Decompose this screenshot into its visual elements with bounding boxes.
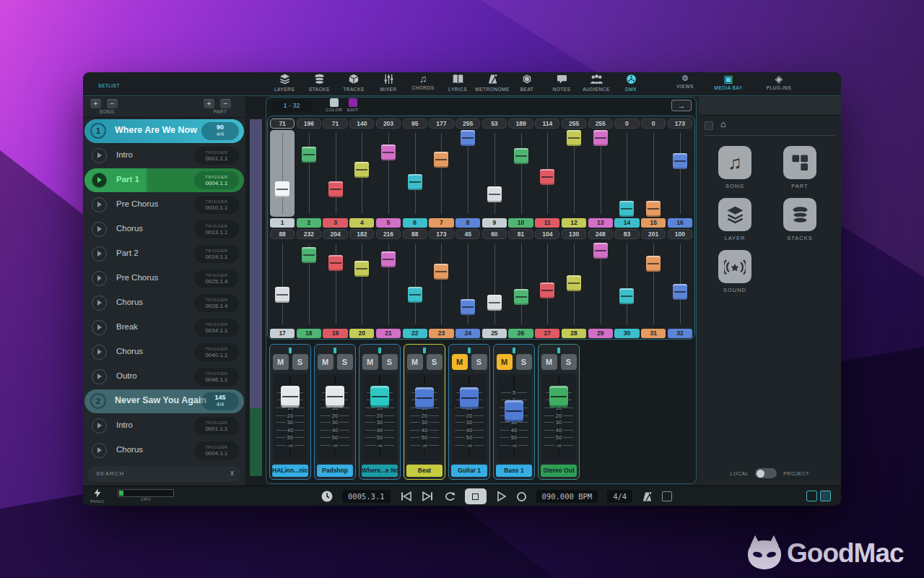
dmx-channel-10[interactable]: 18910 — [508, 118, 533, 228]
dmx-fader-track[interactable] — [482, 130, 507, 217]
dmx-fader-handle[interactable] — [461, 130, 475, 146]
mute-button[interactable]: M — [452, 354, 468, 370]
media-bay-item-layer[interactable]: LAYER — [702, 198, 767, 241]
search-input[interactable]: SEARCH x — [87, 466, 241, 482]
dmx-channel-29[interactable]: 24829 — [588, 229, 613, 338]
mute-button[interactable]: M — [318, 354, 334, 370]
play-button[interactable] — [496, 491, 507, 502]
dmx-channel-number[interactable]: 22 — [403, 329, 427, 338]
dmx-channel-1[interactable]: 711 — [270, 118, 295, 228]
part-play-button[interactable] — [92, 320, 107, 335]
setlist-song-row[interactable]: 1Where Are We Now904/4 — [84, 119, 244, 143]
setlist-part-row[interactable]: Pre ChorusTRIGGER0010.1.1 — [84, 193, 244, 217]
dmx-fader-handle[interactable] — [567, 130, 581, 146]
dmx-fader-track[interactable] — [297, 130, 321, 217]
dmx-channel-number[interactable]: 26 — [508, 329, 533, 338]
dmx-channel-number[interactable]: 1 — [270, 218, 295, 228]
solo-button[interactable]: S — [471, 354, 487, 370]
part-play-button[interactable] — [92, 222, 107, 237]
channel-fader[interactable]: 501020304050-∞ — [362, 374, 397, 462]
dmx-channel-number[interactable]: 27 — [535, 329, 559, 338]
dmx-fader-handle[interactable] — [381, 144, 396, 160]
dmx-channel-number[interactable]: 9 — [482, 218, 507, 228]
fader-handle[interactable] — [415, 387, 434, 409]
dmx-fader-handle[interactable] — [434, 152, 448, 168]
setlist-part-row[interactable]: IntroTRIGGER0001.1.1 — [84, 414, 244, 438]
dmx-channel-15[interactable]: 015 — [641, 118, 666, 228]
toolbar-beat-button[interactable]: BEAT — [510, 74, 544, 92]
setlist-part-row[interactable]: Pre ChorusTRIGGER0025.1.4 — [84, 267, 244, 290]
mixer-channel-bass-1[interactable]: MS501020304050-∞Bass 1 — [493, 344, 535, 480]
media-bay-checkbox[interactable] — [705, 121, 713, 130]
dmx-channel-number[interactable]: 20 — [349, 329, 374, 338]
dmx-fader-track[interactable] — [668, 241, 692, 327]
dmx-fader-handle[interactable] — [328, 255, 343, 271]
dmx-channel-30[interactable]: 8330 — [614, 229, 639, 338]
dmx-fader-track[interactable] — [588, 130, 613, 217]
tab-plug-ins[interactable]: ◈PLUG-INS — [756, 74, 802, 90]
dmx-channel-23[interactable]: 17323 — [429, 229, 453, 338]
dmx-fader-handle[interactable] — [593, 243, 608, 259]
toolbar-layers-button[interactable]: LAYERS — [267, 74, 302, 92]
dmx-fader-handle[interactable] — [514, 289, 528, 305]
dmx-fader-handle[interactable] — [381, 251, 396, 267]
time-signature-display[interactable]: 4/4 — [607, 490, 632, 503]
dmx-fader-track[interactable] — [429, 130, 453, 217]
dmx-fader-track[interactable] — [403, 241, 427, 327]
add-part-button[interactable]: + — [204, 99, 214, 108]
setlist-part-row[interactable]: ChorusTRIGGER0013.1.1 — [84, 217, 244, 241]
dmx-fader-track[interactable] — [297, 241, 321, 327]
dmx-channel-number[interactable]: 29 — [588, 329, 613, 338]
dmx-fader-handle[interactable] — [354, 261, 369, 277]
toolbar-chords-button[interactable]: ♫CHORDS — [406, 74, 440, 92]
dmx-channel-3[interactable]: 713 — [323, 118, 347, 228]
dmx-channel-17[interactable]: 8817 — [270, 229, 295, 338]
toolbar-tracks-button[interactable]: TRACKS — [336, 74, 371, 92]
dmx-channel-number[interactable]: 23 — [429, 329, 453, 338]
setlist-song-row[interactable]: 2Never Saw You Again1454/4 — [84, 389, 244, 413]
dmx-channel-16[interactable]: 17316 — [668, 118, 692, 228]
dmx-fader-handle[interactable] — [434, 264, 448, 280]
mute-button[interactable]: M — [497, 354, 513, 370]
solo-button[interactable]: S — [337, 354, 353, 370]
dmx-channel-number[interactable]: 12 — [562, 218, 586, 228]
setlist-part-row[interactable]: ChorusTRIGGER0040.1.1 — [84, 340, 244, 364]
setlist-part-row[interactable]: BreakTRIGGER0034.1.1 — [84, 316, 244, 340]
dmx-channel-number[interactable]: 30 — [614, 329, 639, 338]
dmx-channel-number[interactable]: 19 — [323, 329, 347, 338]
layout-square-2[interactable] — [820, 491, 831, 501]
dmx-fader-track[interactable] — [588, 241, 613, 327]
fader-handle[interactable] — [326, 386, 344, 407]
dmx-fader-track[interactable] — [376, 241, 401, 327]
mixer-channel-where-e-now[interactable]: MS501020304050-∞Where...e Now — [359, 344, 401, 480]
mute-button[interactable]: M — [362, 354, 378, 370]
dmx-channel-6[interactable]: 956 — [403, 118, 427, 228]
dmx-fader-track[interactable] — [482, 241, 507, 327]
dmx-channel-number[interactable]: 14 — [614, 218, 639, 228]
dmx-fader-handle[interactable] — [646, 256, 661, 272]
dmx-fader-track[interactable] — [562, 241, 586, 327]
dmx-fader-handle[interactable] — [673, 284, 687, 300]
channel-fader[interactable]: 501020304050-∞ — [318, 374, 352, 462]
previous-button[interactable] — [400, 491, 412, 501]
toolbar-dmx-button[interactable]: DMX — [614, 74, 648, 92]
dmx-range-selector[interactable]: 1 - 32 — [271, 100, 312, 112]
dmx-channel-number[interactable]: 31 — [641, 329, 666, 338]
dmx-fader-track[interactable] — [614, 241, 639, 327]
part-play-button[interactable] — [92, 345, 107, 360]
dmx-fader-track[interactable] — [535, 241, 559, 327]
dmx-channel-11[interactable]: 11411 — [535, 118, 559, 228]
dmx-channel-26[interactable]: 8126 — [508, 229, 533, 338]
dmx-channel-number[interactable]: 13 — [588, 218, 613, 228]
channel-fader[interactable]: 501020304050-∞ — [497, 374, 531, 462]
toolbar-audience-button[interactable]: AUDIENCE — [579, 74, 614, 92]
dmx-fader-track[interactable] — [270, 241, 295, 327]
dmx-channel-5[interactable]: 2035 — [376, 118, 401, 228]
part-play-button[interactable] — [92, 173, 107, 188]
fader-handle[interactable] — [281, 386, 300, 407]
dmx-channel-7[interactable]: 1777 — [429, 118, 453, 228]
part-play-button[interactable] — [92, 271, 107, 286]
dmx-channel-20[interactable]: 18220 — [349, 229, 374, 338]
channel-fader[interactable]: 501020304050-∞ — [407, 374, 442, 462]
dmx-channel-18[interactable]: 23218 — [297, 229, 321, 338]
